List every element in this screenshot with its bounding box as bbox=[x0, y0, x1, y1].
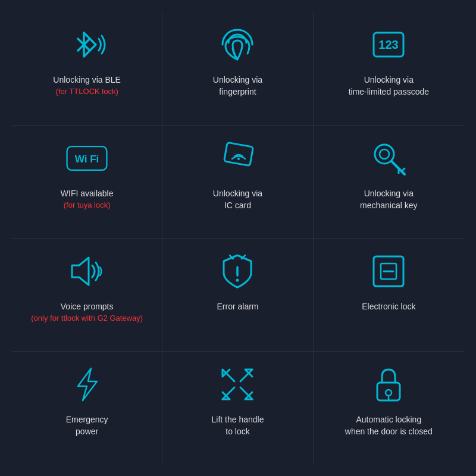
cell-iccard: Unlocking viaIC card bbox=[162, 125, 313, 238]
electronic-label: Electronic lock bbox=[362, 301, 415, 313]
svg-point-5 bbox=[237, 158, 240, 160]
svg-marker-19 bbox=[78, 368, 97, 400]
ble-icon bbox=[63, 21, 111, 68]
wifi-sublabel: (for tuya lock) bbox=[64, 200, 111, 211]
fingerprint-icon bbox=[214, 21, 261, 68]
cell-voice: Voice prompts (only for ttlock with G2 G… bbox=[12, 238, 162, 351]
iccard-icon bbox=[214, 134, 261, 182]
alarm-label: Error alarm bbox=[217, 301, 258, 313]
mechkey-label: Unlocking viamechanical key bbox=[360, 188, 418, 211]
handle-label: Lift the handleto lock bbox=[212, 414, 264, 437]
svg-point-25 bbox=[386, 390, 392, 396]
emergency-icon bbox=[63, 361, 111, 408]
feature-grid: Unlocking via BLE (for TTLOCK lock) Unlo… bbox=[6, 6, 470, 470]
voice-label: Voice prompts bbox=[61, 301, 114, 313]
alarm-icon bbox=[214, 248, 261, 295]
cell-ble: Unlocking via BLE (for TTLOCK lock) bbox=[12, 12, 162, 125]
cell-passcode: 123 Unlocking viatime-limited passcode bbox=[314, 12, 464, 125]
wifi-label: WIFI available bbox=[61, 188, 114, 200]
cell-mechkey: Unlocking viamechanical key bbox=[314, 125, 464, 238]
electronic-icon bbox=[365, 248, 412, 295]
svg-line-10 bbox=[402, 168, 405, 171]
emergency-label: Emergencypower bbox=[66, 414, 108, 437]
svg-marker-11 bbox=[72, 258, 89, 285]
passcode-icon: 123 bbox=[365, 21, 412, 68]
svg-point-13 bbox=[236, 279, 239, 282]
ble-label: Unlocking via BLE bbox=[53, 74, 121, 86]
voice-icon bbox=[63, 248, 111, 295]
cell-alarm: Error alarm bbox=[162, 238, 313, 351]
svg-text:123: 123 bbox=[379, 38, 399, 51]
passcode-label: Unlocking viatime-limited passcode bbox=[349, 74, 429, 98]
handle-icon bbox=[214, 361, 261, 408]
svg-text:Wi Fi: Wi Fi bbox=[75, 154, 99, 165]
voice-sublabel: (only for ttlock with G2 Gateway) bbox=[31, 313, 143, 324]
cell-auto: Automatic lockingwhen the door is closed bbox=[314, 351, 464, 464]
svg-point-7 bbox=[380, 149, 389, 159]
cell-wifi: Wi Fi WIFI available (for tuya lock) bbox=[12, 125, 162, 238]
cell-emergency: Emergencypower bbox=[12, 351, 162, 464]
cell-fingerprint: Unlocking viafingerprint bbox=[162, 12, 313, 125]
auto-icon bbox=[365, 361, 412, 408]
iccard-label: Unlocking viaIC card bbox=[213, 188, 262, 211]
mechkey-icon bbox=[365, 134, 412, 182]
wifi-icon: Wi Fi bbox=[63, 134, 111, 182]
cell-handle: Lift the handleto lock bbox=[162, 351, 313, 464]
fingerprint-label: Unlocking viafingerprint bbox=[213, 74, 262, 98]
auto-label: Automatic lockingwhen the door is closed bbox=[345, 414, 433, 437]
cell-electronic: Electronic lock bbox=[314, 238, 464, 351]
ble-sublabel: (for TTLOCK lock) bbox=[56, 86, 118, 97]
